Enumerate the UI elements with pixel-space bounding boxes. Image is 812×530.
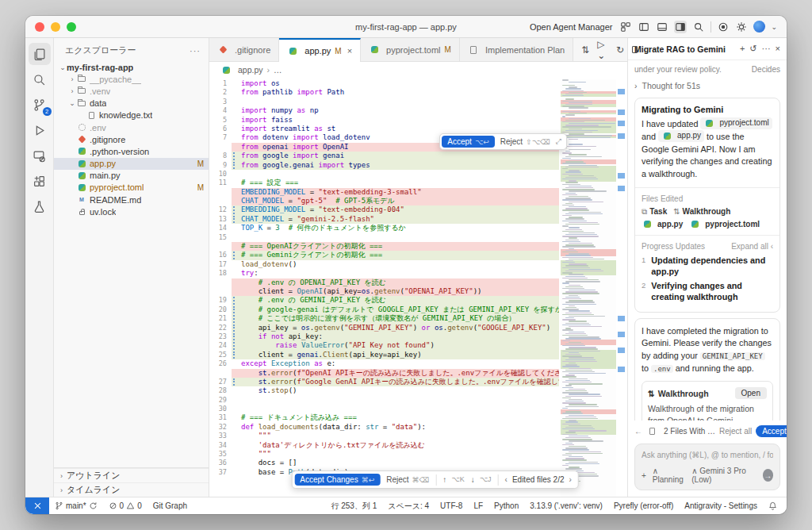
activity-explorer-icon[interactable] bbox=[29, 43, 51, 65]
tree-item--env[interactable]: .env bbox=[54, 121, 209, 133]
code-line-27[interactable]: 27 st.error(f"Google GenAI APIキーの読み込みに失敗… bbox=[209, 378, 559, 386]
code-line-13[interactable]: 13CHAT_MODEL = "gemini-2.5-flash" bbox=[209, 215, 559, 224]
code-line-26[interactable]: 26except Exception as e: bbox=[209, 359, 559, 368]
record-icon[interactable] bbox=[717, 21, 730, 33]
breadcrumb-file[interactable]: app.py bbox=[238, 65, 263, 75]
status-encoding[interactable]: UTF-8 bbox=[435, 501, 468, 510]
compare-changes-icon[interactable]: ⇅ bbox=[581, 44, 589, 56]
history-icon[interactable]: ↺ bbox=[749, 44, 756, 54]
explorer-more-icon[interactable]: ··· bbox=[190, 46, 201, 56]
close-panel-icon[interactable]: × bbox=[776, 44, 780, 54]
zoom-window-button[interactable] bbox=[67, 22, 76, 32]
tree-item--gitignore[interactable]: .gitignore bbox=[54, 133, 209, 145]
code-line-6[interactable]: 6import streamlit as st bbox=[209, 125, 559, 133]
prev-file-button[interactable]: ‹ bbox=[505, 475, 508, 484]
prev-change-button[interactable]: ↑⌥K bbox=[442, 475, 464, 484]
code-line-1[interactable]: 1import os bbox=[209, 79, 559, 88]
edited-file-app-py[interactable]: app.py bbox=[642, 220, 683, 229]
code-line-24[interactable]: 24 raise ValueError("API Key not found") bbox=[209, 341, 559, 350]
code-line-35[interactable]: 35 """ bbox=[209, 450, 559, 459]
breadcrumb-more[interactable]: … bbox=[274, 65, 282, 75]
code-line-14[interactable]: 14TOP_K = 3 # 何件のドキュメントを参照するか bbox=[209, 224, 559, 232]
overview-ruler[interactable] bbox=[616, 79, 627, 497]
status-eol[interactable]: LF bbox=[468, 501, 488, 510]
search-icon[interactable] bbox=[692, 21, 705, 33]
minimap[interactable] bbox=[561, 79, 616, 497]
attach-button[interactable]: + bbox=[642, 471, 646, 480]
tab-pyproject-toml[interactable]: pyproject.tomlM bbox=[361, 38, 460, 61]
breadcrumb[interactable]: app.py › … bbox=[209, 62, 627, 78]
edited-file-walkthrough[interactable]: ⇅Walkthrough bbox=[673, 207, 730, 217]
code-line-31[interactable]: 31# === ドキュメント読み込み === bbox=[209, 413, 559, 422]
expand-diff-icon[interactable]: ⤢ bbox=[556, 137, 561, 146]
status-antigravity-settings[interactable]: Antigravity - Settings bbox=[679, 501, 763, 510]
code-line-19[interactable]: 19 # .env の GEMINI_API_KEY を読む bbox=[209, 296, 559, 305]
policy-mode[interactable]: Decides bbox=[752, 65, 780, 74]
sync-icon[interactable]: ↻ bbox=[616, 44, 624, 56]
sidebar-section-アウトライン[interactable]: ›アウトライン bbox=[54, 468, 209, 482]
code-line-diff[interactable]: EMBEDDING_MODEL = "text-embedding-3-smal… bbox=[209, 188, 559, 197]
account-avatar[interactable] bbox=[753, 21, 765, 33]
file-chip[interactable]: app.py bbox=[658, 130, 704, 142]
tree-item-main-py[interactable]: main.py bbox=[54, 170, 209, 182]
code-line-28[interactable]: 28 st.stop() bbox=[209, 386, 559, 395]
code-line-diff[interactable]: client = OpenAI(api_key=os.getenv("OPENA… bbox=[209, 287, 559, 296]
expand-all-button[interactable]: Expand all ‹ bbox=[731, 242, 773, 251]
next-change-button[interactable]: ↓⌥J bbox=[471, 475, 492, 484]
account-chevron-icon[interactable]: ⌄ bbox=[771, 23, 777, 31]
code-line-18[interactable]: 18try: bbox=[209, 269, 559, 278]
tree-item-uv-lock[interactable]: uv.lock bbox=[54, 205, 209, 217]
tree-item-pyproject-toml[interactable]: pyproject.tomlM bbox=[54, 182, 209, 194]
activity-extensions-icon[interactable] bbox=[29, 170, 51, 192]
reject-button[interactable]: Reject⇧⌥⌫ bbox=[500, 137, 550, 146]
status-pyrefly[interactable]: Pyrefly (error-off) bbox=[608, 501, 679, 510]
planning-mode-select[interactable]: ∧ Planning bbox=[653, 467, 685, 484]
tree-item-my-first-rag-app[interactable]: ⌄my-first-rag-app bbox=[54, 61, 209, 73]
tree-item--venv[interactable]: ›.venv bbox=[54, 85, 209, 97]
progress-item-1[interactable]: 1Updating dependencies and app.py bbox=[642, 255, 773, 277]
problems-status[interactable]: 0 0 bbox=[103, 501, 147, 510]
code-line-diff[interactable]: CHAT_MODEL = "gpt-5" # GPT-5系モデル bbox=[209, 197, 559, 205]
code-line-2[interactable]: 2from pathlib import Path bbox=[209, 88, 559, 97]
code-line-8[interactable]: 8from google import genai bbox=[209, 152, 559, 160]
code-line-20[interactable]: 20 # google-genai はデフォルトで GOOGLE_API_KEY… bbox=[209, 305, 559, 314]
thought-toggle[interactable]: › Thought for 51s bbox=[634, 79, 780, 92]
code-line-33[interactable]: 33 """ bbox=[209, 432, 559, 440]
toggle-left-panel-icon[interactable] bbox=[638, 21, 650, 33]
code-line-30[interactable]: 30 bbox=[209, 405, 559, 413]
notifications-bell-icon[interactable] bbox=[763, 501, 787, 510]
git-branch-status[interactable]: main* bbox=[49, 501, 103, 510]
back-icon[interactable]: ← bbox=[634, 427, 642, 436]
code-line-22[interactable]: 22 api_key = os.getenv("GEMINI_API_KEY")… bbox=[209, 324, 559, 332]
code-line-3[interactable]: 3 bbox=[209, 98, 559, 106]
code-line-diff[interactable]: st.error(f"OpenAI APIキーの読み込みに失敗しました。.env… bbox=[209, 369, 559, 378]
activity-run-debug-icon[interactable] bbox=[29, 119, 51, 141]
code-line-10[interactable]: 10 bbox=[209, 170, 559, 179]
status-language-mode[interactable]: Python bbox=[488, 501, 524, 510]
settings-gear-icon[interactable] bbox=[735, 21, 748, 33]
tree-item--python-version[interactable]: .python-version bbox=[54, 145, 209, 157]
new-thread-icon[interactable]: + bbox=[740, 44, 745, 54]
code-line-11[interactable]: 11# === 設定 === bbox=[209, 179, 559, 187]
code-line-21[interactable]: 21 # ここでは明示的に渡す例を示す（環境変数名が GEMINI_API_KE… bbox=[209, 314, 559, 323]
code-line-12[interactable]: 12EMBEDDING_MODEL = "text-embedding-004" bbox=[209, 205, 559, 214]
status-cursor-position[interactable]: 行 253、列 1 bbox=[325, 501, 382, 512]
git-graph-button[interactable]: Git Graph bbox=[147, 501, 193, 510]
tab-implementation-plan[interactable]: Implementation Plan bbox=[460, 38, 573, 61]
tree-item-data[interactable]: ⌄data bbox=[54, 98, 209, 109]
reject-all-button[interactable]: Reject all bbox=[719, 427, 752, 436]
agent-manager-icon[interactable] bbox=[619, 21, 632, 33]
code-line-4[interactable]: 4import numpy as np bbox=[209, 106, 559, 115]
tree-item-readme-md[interactable]: MREADME.md bbox=[54, 194, 209, 205]
more-actions-icon[interactable]: ··· bbox=[762, 44, 771, 54]
code-line-25[interactable]: 25 client = genai.Client(api_key=api_key… bbox=[209, 351, 559, 359]
code-line-36[interactable]: 36 docs = [] bbox=[209, 459, 559, 467]
activity-source-control-icon[interactable]: 2 bbox=[29, 94, 51, 116]
send-button[interactable]: → bbox=[763, 469, 774, 482]
code-line-5[interactable]: 5import faiss bbox=[209, 116, 559, 125]
accept-changes-button[interactable]: Accept Changes⌘↩ bbox=[294, 474, 380, 486]
close-window-button[interactable] bbox=[35, 22, 44, 32]
tree-item-app-py[interactable]: app.pyM bbox=[54, 158, 209, 170]
split-editor-icon[interactable] bbox=[632, 46, 638, 53]
code-line-23[interactable]: 23 if not api_key: bbox=[209, 332, 559, 341]
